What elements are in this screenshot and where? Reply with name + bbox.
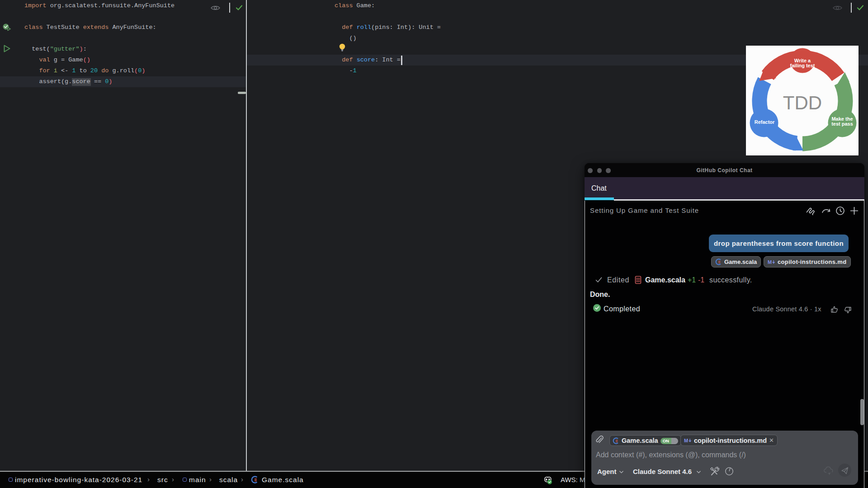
svg-text:M: M bbox=[768, 259, 772, 265]
svg-text:test pass: test pass bbox=[831, 121, 853, 127]
svg-text:Refactor: Refactor bbox=[755, 119, 775, 125]
svg-text:TDD: TDD bbox=[783, 92, 822, 113]
svg-text:failing test: failing test bbox=[790, 63, 815, 68]
svg-text:M: M bbox=[684, 438, 688, 443]
